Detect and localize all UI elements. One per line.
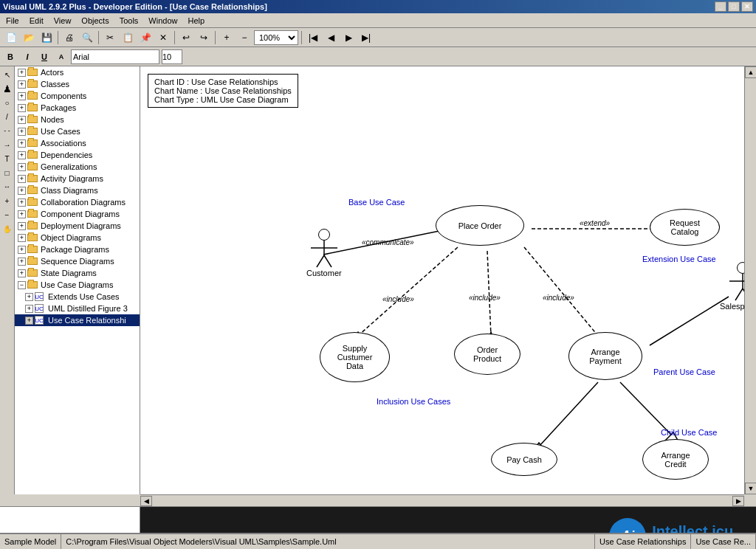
tree-item-usecases[interactable]: + Use Cases bbox=[15, 125, 140, 137]
minus-button[interactable]: − bbox=[236, 30, 252, 46]
close-button[interactable]: ✕ bbox=[741, 1, 753, 12]
tree-item-generalizations[interactable]: + Generalizations bbox=[15, 161, 140, 173]
select-tool[interactable]: ↖ bbox=[1, 68, 14, 81]
print-button[interactable]: 🖨 bbox=[61, 30, 78, 46]
expand-deploy[interactable]: + bbox=[18, 222, 26, 230]
customer-actor[interactable]: Customer bbox=[306, 229, 342, 277]
tree-item-nodes[interactable]: + Nodes bbox=[15, 114, 140, 125]
line-tool[interactable]: / bbox=[1, 110, 14, 123]
restore-button[interactable]: □ bbox=[728, 1, 740, 12]
tree-item-component-diagrams[interactable]: + Component Diagrams bbox=[15, 208, 140, 220]
font-size-input[interactable] bbox=[162, 49, 182, 64]
expand-package-diag[interactable]: + bbox=[18, 246, 26, 254]
tree-item-classes[interactable]: + Classes bbox=[15, 78, 140, 90]
menu-view[interactable]: View bbox=[49, 15, 76, 27]
tree-item-collaboration-diagrams[interactable]: + Collaboration Diagrams bbox=[15, 196, 140, 208]
place-order-ellipse[interactable]: Place Order bbox=[436, 205, 524, 246]
nav-first[interactable]: |◀ bbox=[305, 30, 321, 46]
tree-item-use-case-relationships[interactable]: + UC Use Case Relationshi bbox=[15, 314, 140, 326]
arrow-tool[interactable]: → bbox=[1, 138, 14, 151]
cut-button[interactable]: ✂ bbox=[102, 30, 118, 46]
arrange-credit-ellipse[interactable]: ArrangeCredit bbox=[642, 439, 709, 480]
expand-uc-rel[interactable]: + bbox=[25, 317, 33, 325]
scroll-up-button[interactable]: ▲ bbox=[745, 66, 756, 78]
expand-collab[interactable]: + bbox=[18, 198, 26, 207]
expand-usecases[interactable]: + bbox=[18, 128, 26, 136]
expand-sequence[interactable]: + bbox=[18, 258, 26, 266]
zoom-in-tool[interactable]: + bbox=[1, 194, 14, 207]
tree-item-actors[interactable]: + Actors bbox=[15, 66, 140, 78]
zoom-dropdown[interactable]: 100% 75% 50% 150% bbox=[254, 30, 298, 45]
order-product-ellipse[interactable]: OrderProduct bbox=[454, 334, 520, 375]
expand-uc-diag[interactable]: − bbox=[18, 281, 26, 289]
nav-next[interactable]: ▶ bbox=[340, 30, 357, 46]
tree-item-uml-distilled[interactable]: + UC UML Distilled Figure 3 bbox=[15, 303, 140, 314]
tree-item-class-diagrams[interactable]: + Class Diagrams bbox=[15, 184, 140, 196]
expand-class-diag[interactable]: + bbox=[18, 187, 26, 195]
expand-state[interactable]: + bbox=[18, 269, 26, 277]
tree-item-activity-diagrams[interactable]: + Activity Diagrams bbox=[15, 173, 140, 184]
menu-window[interactable]: Window bbox=[144, 15, 182, 27]
resize-tool[interactable]: ↔ bbox=[1, 180, 14, 193]
expand-packages[interactable]: + bbox=[18, 104, 26, 112]
menu-edit[interactable]: Edit bbox=[25, 15, 48, 27]
expand-comp-diag[interactable]: + bbox=[18, 210, 26, 218]
minimize-button[interactable]: _ bbox=[715, 1, 726, 12]
save-button[interactable]: 💾 bbox=[38, 30, 55, 46]
expand-nodes[interactable]: + bbox=[18, 116, 26, 124]
scroll-left-button[interactable]: ◀ bbox=[140, 496, 152, 506]
font-name-input[interactable] bbox=[71, 49, 159, 64]
expand-actors[interactable]: + bbox=[18, 69, 26, 77]
font-color-button[interactable]: A bbox=[54, 49, 69, 64]
tree-item-extends-use-cases[interactable]: + UC Extends Use Cases bbox=[15, 291, 140, 303]
canvas-area[interactable]: Chart ID : Use Case Relationships Chart … bbox=[140, 66, 744, 494]
dashed-line-tool[interactable]: - - bbox=[1, 124, 14, 137]
expand-extends[interactable]: + bbox=[25, 293, 33, 301]
tree-item-deployment-diagrams[interactable]: + Deployment Diagrams bbox=[15, 220, 140, 232]
tree-item-dependencies[interactable]: + Dependencies bbox=[15, 149, 140, 161]
actor-tool[interactable]: ♟ bbox=[1, 82, 14, 95]
expand-components[interactable]: + bbox=[18, 92, 26, 100]
supply-customer-data-ellipse[interactable]: SupplyCustumerData bbox=[320, 332, 390, 382]
plus-button[interactable]: + bbox=[219, 30, 235, 46]
bold-button[interactable]: B bbox=[3, 49, 18, 64]
expand-classes[interactable]: + bbox=[18, 80, 26, 89]
tree-item-packages[interactable]: + Packages bbox=[15, 102, 140, 114]
tree-item-package-diagrams[interactable]: + Package Diagrams bbox=[15, 244, 140, 255]
tree-item-object-diagrams[interactable]: + Object Diagrams bbox=[15, 232, 140, 244]
tree-item-state-diagrams[interactable]: + State Diagrams bbox=[15, 267, 140, 279]
expand-activity[interactable]: + bbox=[18, 175, 26, 183]
expand-dependencies[interactable]: + bbox=[18, 151, 26, 159]
vertical-scrollbar[interactable]: ▲ ▼ bbox=[744, 66, 756, 494]
pay-cash-ellipse[interactable]: Pay Cash bbox=[491, 443, 557, 476]
print-preview-button[interactable]: 🔍 bbox=[79, 30, 95, 46]
horizontal-scrollbar[interactable]: ◀ ▶ bbox=[140, 494, 744, 506]
zoom-out-tool[interactable]: − bbox=[1, 208, 14, 221]
scroll-down-button[interactable]: ▼ bbox=[745, 483, 756, 494]
nav-last[interactable]: ▶| bbox=[358, 30, 374, 46]
menu-objects[interactable]: Objects bbox=[77, 15, 113, 27]
tree-item-sequence-diagrams[interactable]: + Sequence Diagrams bbox=[15, 255, 140, 267]
open-button[interactable]: 📂 bbox=[21, 30, 37, 46]
scroll-track[interactable] bbox=[745, 78, 756, 483]
menu-tools[interactable]: Tools bbox=[115, 15, 143, 27]
menu-help[interactable]: Help bbox=[183, 15, 209, 27]
underline-button[interactable]: U bbox=[37, 49, 52, 64]
expand-uml-distilled[interactable]: + bbox=[25, 305, 33, 313]
tree-item-components[interactable]: + Components bbox=[15, 90, 140, 102]
copy-button[interactable]: 📋 bbox=[120, 30, 136, 46]
new-button[interactable]: 📄 bbox=[3, 30, 19, 46]
expand-associations[interactable]: + bbox=[18, 139, 26, 148]
scroll-right-button[interactable]: ▶ bbox=[732, 496, 744, 506]
tree-item-usecase-diagrams[interactable]: − Use Case Diagrams bbox=[15, 279, 140, 291]
tree-item-associations[interactable]: + Associations bbox=[15, 137, 140, 149]
redo-button[interactable]: ↪ bbox=[196, 30, 212, 46]
hand-tool[interactable]: ✋ bbox=[1, 222, 14, 235]
nav-prev[interactable]: ◀ bbox=[323, 30, 339, 46]
paste-button[interactable]: 📌 bbox=[137, 30, 154, 46]
text-tool[interactable]: T bbox=[1, 152, 14, 165]
undo-button[interactable]: ↩ bbox=[178, 30, 194, 46]
rect-tool[interactable]: □ bbox=[1, 166, 14, 179]
menu-file[interactable]: File bbox=[1, 15, 24, 27]
ellipse-tool[interactable]: ○ bbox=[1, 96, 14, 109]
